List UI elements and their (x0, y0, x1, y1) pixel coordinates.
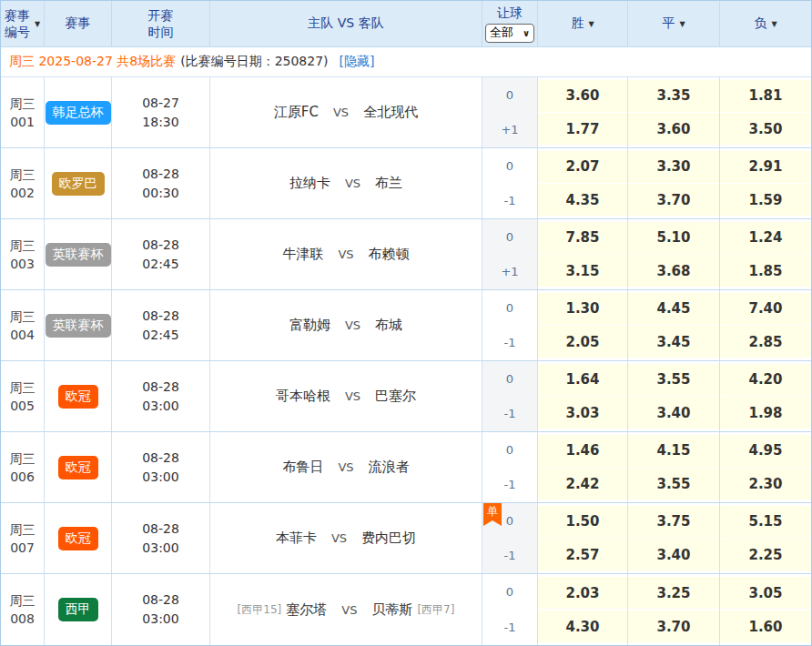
odds-cell-win[interactable]: 1.30 (538, 293, 627, 325)
time-cell: 08-2802:45 (112, 219, 210, 289)
league-cell: 欧冠 (45, 503, 112, 573)
odds-cell-draw[interactable]: 3.70 (628, 611, 719, 642)
odds-cell-win[interactable]: 2.03 (538, 577, 627, 609)
odds-cell-win[interactable]: 4.30 (538, 611, 627, 642)
odds-cell-lose[interactable]: 2.85 (720, 326, 811, 358)
odds-cell-draw[interactable]: 4.15 (628, 435, 719, 467)
odds-cell-lose[interactable]: 5.15 (720, 506, 811, 538)
away-team: 贝蒂斯 (371, 601, 412, 619)
home-team: 江原FC (274, 104, 319, 121)
match-time: 03:00 (142, 397, 178, 416)
sort-arrow-icon[interactable]: ▼ (679, 20, 685, 28)
lose-odds-column: 2.911.59 (720, 148, 811, 218)
odds-cell-draw[interactable]: 3.55 (628, 468, 719, 500)
league-badge[interactable]: 英联赛杯 (46, 243, 111, 267)
odds-cell-draw[interactable]: 3.30 (628, 151, 719, 183)
odds-cell-draw[interactable]: 3.25 (628, 577, 719, 609)
sort-arrow-icon[interactable]: ▼ (35, 20, 40, 28)
header-lose[interactable]: 负 ▼ (720, 1, 811, 46)
odds-cell-win[interactable]: 2.42 (538, 468, 627, 500)
odds-cell-win[interactable]: 7.85 (538, 222, 627, 254)
league-cell: 欧冠 (45, 361, 112, 431)
odds-cell-win[interactable]: 1.50 (538, 506, 627, 538)
odds-cell-lose[interactable]: 1.59 (720, 184, 811, 216)
header-draw[interactable]: 平 ▼ (628, 1, 720, 46)
odds-cell-win[interactable]: 3.03 (538, 397, 627, 429)
lose-odds-column: 1.813.50 (720, 77, 811, 147)
sort-arrow-icon[interactable]: ▼ (771, 20, 776, 28)
odds-cell-lose[interactable]: 1.81 (720, 80, 811, 112)
handicap-value: +1 (482, 113, 537, 148)
odds-cell-win[interactable]: 3.60 (538, 80, 627, 112)
odds-cell-win[interactable]: 4.35 (538, 184, 627, 216)
odds-cell-draw[interactable]: 3.40 (628, 539, 719, 570)
teams-cell: 哥本哈根VS巴塞尔 (210, 361, 482, 431)
odds-cell-lose[interactable]: 2.91 (720, 151, 811, 183)
away-team: 布城 (375, 317, 402, 334)
league-badge[interactable]: 英联赛杯 (46, 314, 111, 338)
odds-cell-draw[interactable]: 4.45 (628, 293, 719, 325)
odds-cell-draw[interactable]: 3.35 (628, 80, 719, 112)
match-date: 08-28 (142, 378, 179, 397)
odds-cell-lose[interactable]: 1.24 (720, 222, 811, 254)
odds-cell-win[interactable]: 2.57 (538, 539, 627, 570)
handicap-value: 0 (482, 432, 537, 468)
header-match-id-label: 赛事编号 (5, 7, 30, 40)
odds-cell-win[interactable]: 2.07 (538, 151, 627, 183)
odds-cell-draw[interactable]: 3.68 (628, 255, 719, 287)
odds-cell-lose[interactable]: 4.20 (720, 364, 811, 396)
odds-cell-lose[interactable]: 3.50 (720, 113, 811, 145)
match-day: 周三 (10, 520, 36, 539)
match-list: 周三001韩足总杯08-2718:30江原FCVS全北现代0+13.601.77… (1, 77, 811, 645)
league-badge[interactable]: 欧罗巴 (52, 172, 105, 196)
match-time: 03:00 (142, 468, 178, 487)
odds-cell-draw[interactable]: 3.55 (628, 364, 719, 396)
odds-cell-draw[interactable]: 3.60 (628, 113, 719, 145)
odds-cell-lose[interactable]: 2.30 (720, 468, 811, 500)
hide-link[interactable]: [隐藏] (340, 54, 375, 70)
match-time: 00:30 (142, 184, 178, 203)
odds-cell-lose[interactable]: 7.40 (720, 293, 811, 325)
handicap-value: 0 (482, 574, 537, 610)
league-badge[interactable]: 西甲 (58, 598, 98, 621)
odds-cell-draw[interactable]: 3.40 (628, 397, 719, 429)
odds-cell-win[interactable]: 1.46 (538, 435, 627, 467)
odds-cell-draw[interactable]: 3.75 (628, 506, 719, 538)
odds-cell-lose[interactable]: 1.60 (720, 611, 811, 642)
odds-cell-lose[interactable]: 2.25 (720, 539, 811, 570)
sort-arrow-icon[interactable]: ▼ (588, 20, 594, 28)
league-badge[interactable]: 欧冠 (58, 385, 98, 409)
header-match-id[interactable]: 赛事编号 ▼ (1, 1, 45, 46)
odds-cell-lose[interactable]: 4.95 (720, 435, 811, 467)
odds-cell-win[interactable]: 1.77 (538, 113, 627, 145)
teams-cell: 富勒姆VS布城 (210, 290, 482, 360)
lose-odds-column: 4.201.98 (720, 361, 811, 431)
odds-cell-win[interactable]: 3.15 (538, 255, 627, 287)
odds-cell-lose[interactable]: 1.98 (720, 397, 811, 429)
odds-cell-lose[interactable]: 3.05 (720, 577, 811, 609)
league-badge[interactable]: 韩足总杯 (46, 101, 111, 125)
table-header: 赛事编号 ▼ 赛事 开赛 时间 主队 VS 客队 让球 全部 ∨ 胜 ▼ 平 ▼ (1, 1, 811, 47)
odds-cell-win[interactable]: 1.64 (538, 364, 627, 396)
vs-label: VS (331, 531, 347, 545)
header-win[interactable]: 胜 ▼ (538, 1, 628, 46)
match-date: 08-28 (142, 307, 179, 326)
handicap-filter-select[interactable]: 全部 ∨ (485, 24, 534, 43)
win-odds-column: 1.643.03 (538, 361, 628, 431)
header-league: 赛事 (45, 1, 112, 46)
odds-cell-draw[interactable]: 3.45 (628, 326, 719, 358)
odds-cell-draw[interactable]: 3.70 (628, 184, 719, 216)
league-badge[interactable]: 欧冠 (58, 456, 98, 479)
league-badge[interactable]: 欧冠 (58, 527, 98, 550)
odds-cell-draw[interactable]: 5.10 (628, 222, 719, 254)
handicap-filter-value: 全部 (490, 25, 513, 41)
match-day: 周三 (10, 95, 36, 113)
win-odds-column: 1.462.42 (538, 432, 628, 502)
handicap-value: -1 (482, 610, 537, 645)
match-number: 008 (10, 610, 35, 628)
draw-odds-column: 3.753.40 (628, 503, 720, 573)
match-number: 004 (10, 326, 35, 344)
teams-cell: 拉纳卡VS布兰 (210, 148, 482, 218)
odds-cell-lose[interactable]: 1.85 (720, 255, 811, 287)
odds-cell-win[interactable]: 2.05 (538, 326, 627, 358)
